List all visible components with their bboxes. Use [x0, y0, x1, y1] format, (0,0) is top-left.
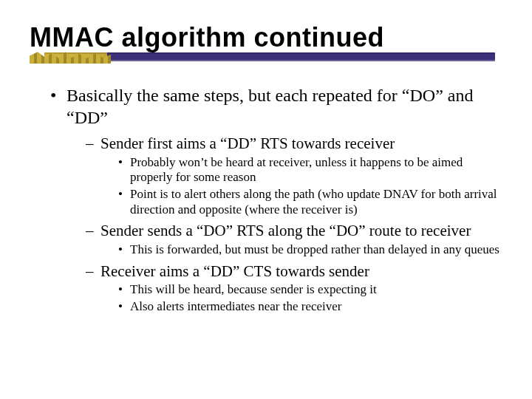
bullet-text: Sender first aims a “DD” RTS towards rec…	[100, 134, 395, 152]
list-item: This will be heard, because sender is ex…	[118, 282, 502, 298]
bullet-text: Probably won’t be heard at receiver, unl…	[130, 155, 463, 185]
list-item: Basically the same steps, but each repea…	[50, 85, 502, 315]
bullet-list-level2: Sender first aims a “DD” RTS towards rec…	[86, 134, 502, 315]
slide-title: MMAC algorithm continued	[30, 22, 502, 52]
bullet-text: This is forwarded, but must be dropped r…	[130, 242, 499, 256]
list-item: Sender first aims a “DD” RTS towards rec…	[86, 134, 502, 218]
list-item: Sender sends a “DO” RTS along the “DO” r…	[86, 222, 502, 257]
list-item: Receiver aims a “DD” CTS towards sender …	[86, 262, 502, 315]
list-item: Also alerts intermediates near the recei…	[118, 299, 502, 315]
list-item: Probably won’t be heard at receiver, unl…	[118, 155, 502, 185]
bullet-text: Also alerts intermediates near the recei…	[130, 299, 342, 313]
bullet-list-level3: Probably won’t be heard at receiver, unl…	[118, 155, 502, 218]
bullet-text: Basically the same steps, but each repea…	[66, 86, 473, 126]
list-item: Point is to alert others along the path …	[118, 187, 502, 217]
bullet-list-level1: Basically the same steps, but each repea…	[50, 85, 502, 315]
bullet-text: Receiver aims a “DD” CTS towards sender	[100, 262, 369, 280]
bullet-list-level3: This is forwarded, but must be dropped r…	[118, 242, 502, 258]
title-underline	[30, 51, 502, 64]
bullet-text: Point is to alert others along the path …	[130, 187, 497, 216]
bullet-text: Sender sends a “DO” RTS along the “DO” r…	[100, 222, 471, 239]
slide: MMAC algorithm continued Basically the s…	[0, 0, 532, 399]
underline-band	[44, 52, 495, 61]
list-item: This is forwarded, but must be dropped r…	[118, 242, 502, 258]
bullet-list-level3: This will be heard, because sender is ex…	[118, 282, 502, 314]
bullet-text: This will be heard, because sender is ex…	[130, 282, 377, 296]
title-block: MMAC algorithm continued	[30, 22, 502, 64]
